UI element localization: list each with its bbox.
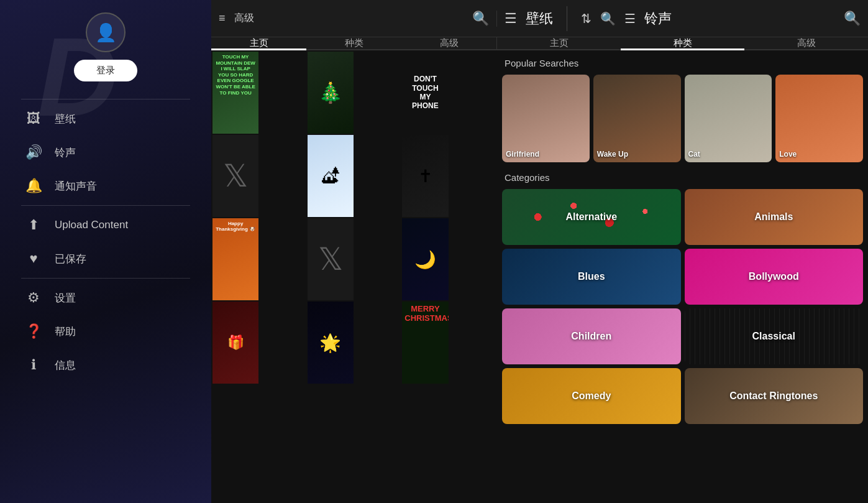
sidebar-item-info[interactable]: ℹ 信息 xyxy=(0,348,211,382)
popular-card-girlfriend-label: Girlfriend xyxy=(506,150,539,159)
popular-searches-grid: Girlfriend Wake Up Cat xyxy=(502,75,863,162)
popular-card-bg: Cat xyxy=(685,75,772,162)
popular-card-bg: Love xyxy=(775,75,863,162)
popular-card-cat[interactable]: Cat xyxy=(685,75,772,162)
help-icon: ❓ xyxy=(25,323,42,339)
wallpaper-icon: 🖼 xyxy=(25,111,42,127)
cat-comedy-label: Comedy xyxy=(572,390,611,402)
tabs-container: 主页 种类 高级 主页 种类 高级 xyxy=(211,37,868,50)
wallpaper-cell[interactable] xyxy=(212,135,258,217)
popular-card-bg: Wake Up xyxy=(593,75,681,162)
wallpaper-cell[interactable]: 🎁 xyxy=(212,302,258,384)
tab-ringtone-home[interactable]: 主页 xyxy=(497,37,621,49)
notification-icon: 🔔 xyxy=(25,178,42,194)
sidebar-item-settings[interactable]: ⚙ 设置 xyxy=(0,281,211,315)
popular-card-love[interactable]: Love xyxy=(775,75,863,162)
cat-card-comedy[interactable]: Comedy xyxy=(502,368,681,424)
wallpaper-grid: TOUCH MY MOUNTAIN DEW I WILL SLAP YOU SO… xyxy=(211,50,497,385)
info-icon: ℹ xyxy=(25,357,42,373)
wallpaper-grid-section: TOUCH MY MOUNTAIN DEW I WILL SLAP YOU SO… xyxy=(211,50,497,503)
wallpaper-cell[interactable] xyxy=(308,218,354,300)
wallpaper-tabs: 主页 种类 高级 xyxy=(211,37,497,49)
cat-animals-label: Animals xyxy=(754,211,793,223)
wallpaper-cell[interactable]: TOUCH MY MOUNTAIN DEW I WILL SLAP YOU SO… xyxy=(212,52,258,134)
cat-card-animals[interactable]: Animals xyxy=(685,189,864,245)
ringtone-menu2-icon[interactable]: ☰ xyxy=(624,11,636,26)
sidebar-item-upload[interactable]: ⬆ Upload Content xyxy=(0,208,211,242)
cat-children-label: Children xyxy=(571,331,611,342)
sidebar: D 👤 登录 🖼 壁纸 🔊 铃声 🔔 通知声音 ⬆ Upload Content… xyxy=(0,0,211,503)
cat-card-contact-ringtones[interactable]: Contact Ringtones xyxy=(685,368,864,424)
ringtone-section: Popular Searches Girlfriend Wake Up xyxy=(497,50,868,503)
wallpaper-title: 壁纸 xyxy=(526,9,553,28)
tab-wallpaper-advanced[interactable]: 高级 xyxy=(401,37,496,49)
tab-wallpaper-categories[interactable]: 种类 xyxy=(306,37,401,49)
sidebar-item-help-label: 帮助 xyxy=(55,325,76,339)
sidebar-item-ringtone-label: 铃声 xyxy=(55,145,76,160)
wallpaper-cell[interactable]: 🏕 xyxy=(308,135,354,217)
wallpaper-cell[interactable]: 🌟 xyxy=(308,302,354,384)
wallpaper-cell[interactable]: ✝ xyxy=(402,135,448,217)
categories-title: Categories xyxy=(502,172,863,183)
popular-card-cat-label: Cat xyxy=(688,150,700,159)
wallpaper-cell[interactable]: DON'TTOUCHMYPHONE xyxy=(402,52,448,134)
cat-contact-ringtones-label: Contact Ringtones xyxy=(729,390,818,402)
ringtone-title: 铃声 xyxy=(644,9,672,28)
sidebar-item-wallpaper[interactable]: 🖼 壁纸 xyxy=(0,102,211,136)
wallpaper-cell[interactable]: 🎄 xyxy=(308,52,354,134)
cat-card-blues[interactable]: Blues xyxy=(502,249,681,305)
ringtone-filter-icon[interactable]: ⇅ xyxy=(581,11,592,26)
sidebar-item-notification-label: 通知声音 xyxy=(55,179,97,193)
wallpaper-cell[interactable]: Happy Thanksgiving 🐶 xyxy=(212,218,258,300)
ringtone-icon: 🔊 xyxy=(25,144,42,160)
sidebar-item-upload-label: Upload Content xyxy=(55,219,128,231)
ringtone-tabs: 主页 种类 高级 xyxy=(497,37,868,49)
sidebar-item-wallpaper-label: 壁纸 xyxy=(55,112,76,126)
tab-ringtone-categories[interactable]: 种类 xyxy=(621,37,744,49)
cat-blues-label: Blues xyxy=(578,271,605,282)
popular-card-wakeup[interactable]: Wake Up xyxy=(593,75,681,162)
sidebar-item-notification[interactable]: 🔔 通知声音 xyxy=(0,169,211,203)
sidebar-item-help[interactable]: ❓ 帮助 xyxy=(0,315,211,348)
cat-classical-label: Classical xyxy=(752,331,795,342)
tab-wallpaper-home[interactable]: 主页 xyxy=(211,37,306,49)
cat-card-alternative[interactable]: Alternative xyxy=(502,189,681,245)
upload-icon: ⬆ xyxy=(25,217,42,233)
main-area: ≡ 高级 🔍 ☰ 壁纸 ⇅ 🔍 ☰ 铃声 🔍 主页 种类 高级 主页 种类 xyxy=(211,0,868,503)
content-split: TOUCH MY MOUNTAIN DEW I WILL SLAP YOU SO… xyxy=(211,50,868,503)
sidebar-item-settings-label: 设置 xyxy=(55,291,76,305)
right-panel-content: Popular Searches Girlfriend Wake Up xyxy=(497,50,868,503)
header-row: ≡ 高级 🔍 ☰ 壁纸 ⇅ 🔍 ☰ 铃声 🔍 xyxy=(211,0,868,37)
tab-ringtone-advanced[interactable]: 高级 xyxy=(744,37,868,49)
popular-card-girlfriend[interactable]: Girlfriend xyxy=(502,75,590,162)
global-search-icon[interactable]: 🔍 xyxy=(844,11,861,27)
cat-card-children[interactable]: Children xyxy=(502,308,681,364)
wallpaper-advanced-label: 高级 xyxy=(234,12,254,25)
cat-card-classical[interactable]: Classical xyxy=(685,308,864,364)
avatar-icon: 👤 xyxy=(95,22,117,43)
ringtone-search-header-icon[interactable]: 🔍 xyxy=(600,11,616,26)
sidebar-divider-2 xyxy=(21,205,190,206)
sidebar-item-info-label: 信息 xyxy=(55,358,76,372)
cat-alternative-label: Alternative xyxy=(565,211,617,223)
ringtone-menu-icon[interactable]: ☰ xyxy=(505,11,517,27)
login-button[interactable]: 登录 xyxy=(74,60,137,81)
popular-card-love-label: Love xyxy=(779,150,797,159)
cat-bollywood-label: Bollywood xyxy=(749,271,799,282)
wallpaper-search-icon[interactable]: 🔍 xyxy=(472,11,489,27)
gear-icon: ⚙ xyxy=(25,290,42,306)
wallpaper-cell[interactable]: 🌙 xyxy=(402,218,448,300)
sidebar-item-saved[interactable]: ♥ 已保存 xyxy=(0,242,211,275)
avatar: 👤 xyxy=(86,12,126,52)
categories-grid: Alternative Animals Blues Bollywood Chil… xyxy=(502,189,863,424)
wallpaper-cell[interactable]: MERRYCHRISTMAS xyxy=(402,302,448,384)
sidebar-item-ringtone[interactable]: 🔊 铃声 xyxy=(0,136,211,169)
popular-searches-title: Popular Searches xyxy=(502,58,863,68)
heart-icon: ♥ xyxy=(25,251,42,267)
cat-card-bollywood[interactable]: Bollywood xyxy=(685,249,864,305)
wallpaper-filter-top-icon[interactable]: ≡ xyxy=(219,12,226,25)
popular-card-bg: Girlfriend xyxy=(502,75,590,162)
sidebar-item-saved-label: 已保存 xyxy=(55,252,86,266)
header-divider xyxy=(567,6,567,31)
sidebar-divider-3 xyxy=(21,278,190,279)
